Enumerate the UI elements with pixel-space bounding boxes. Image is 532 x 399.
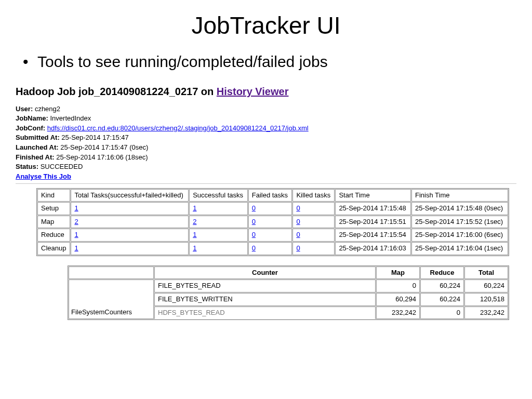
cell-kind: Setup	[37, 202, 70, 215]
col-start: Start Time	[335, 189, 411, 202]
col-group	[69, 267, 154, 280]
task-row: Setup 1 1 0 0 25-Sep-2014 17:15:48 25-Se…	[37, 202, 508, 215]
user-value: czheng2	[35, 105, 60, 113]
counters-header-row: Counter Map Reduce Total	[69, 267, 508, 280]
counter-reduce: 0	[420, 307, 464, 320]
col-finish: Finish Time	[411, 189, 508, 202]
counter-total: 60,224	[464, 280, 508, 292]
cell-finish: 25-Sep-2014 17:15:52 (1sec)	[411, 216, 508, 229]
launched-label: Launched At:	[16, 143, 59, 151]
cell-fail-link[interactable]: 0	[252, 218, 256, 225]
cell-start: 25-Sep-2014 17:15:48	[335, 202, 411, 215]
cell-finish: 25-Sep-2014 17:16:00 (6sec)	[411, 229, 508, 242]
status-label: Status:	[16, 163, 38, 170]
cell-fail-link[interactable]: 0	[252, 204, 256, 212]
bullet-item: Tools to see running/completed/failed jo…	[37, 53, 532, 71]
col-reduce: Reduce	[420, 267, 464, 280]
cell-fail-link[interactable]: 0	[252, 244, 256, 252]
cell-start: 25-Sep-2014 17:16:03	[335, 242, 411, 255]
cell-start: 25-Sep-2014 17:15:54	[335, 229, 411, 242]
counter-map: 0	[376, 280, 420, 292]
counter-total: 232,242	[464, 307, 508, 320]
cell-kind: Cleanup	[37, 242, 70, 255]
jobname-value: InvertedIndex	[50, 114, 91, 122]
separator	[16, 183, 516, 184]
col-fail: Failed tasks	[248, 189, 292, 202]
counter-name: HDFS_BYTES_READ	[154, 307, 376, 320]
tasks-header-row: Kind Total Tasks(successful+failed+kille…	[37, 189, 508, 202]
task-row: Map 2 2 0 0 25-Sep-2014 17:15:51 25-Sep-…	[37, 216, 508, 229]
cell-kill-link[interactable]: 0	[296, 231, 300, 238]
cell-finish: 25-Sep-2014 17:15:48 (0sec)	[411, 202, 508, 215]
submitted-value: 25-Sep-2014 17:15:47	[61, 134, 128, 141]
slide-title: JobTracker UI	[0, 11, 532, 39]
finished-value: 25-Sep-2014 17:16:06 (18sec)	[56, 153, 148, 161]
cell-succ-link[interactable]: 2	[193, 218, 196, 225]
task-row: Reduce 1 1 0 0 25-Sep-2014 17:15:54 25-S…	[37, 229, 508, 242]
col-kind: Kind	[37, 189, 70, 202]
jobname-label: JobName:	[16, 114, 48, 122]
counter-map: 232,242	[376, 307, 420, 320]
meta-status: Status: SUCCEEDED	[16, 163, 516, 171]
tasks-table: Kind Total Tasks(successful+failed+kille…	[36, 188, 509, 256]
meta-launched: Launched At: 25-Sep-2014 17:15:47 (0sec)	[16, 143, 516, 152]
counter-total: 120,518	[464, 293, 508, 306]
cell-total-link[interactable]: 1	[74, 244, 78, 252]
col-total: Total Tasks(successful+failed+killed)	[71, 189, 189, 202]
counter-group: FileSystemCounters	[69, 280, 154, 319]
submitted-label: Submitted At:	[16, 134, 60, 141]
counter-row: FileSystemCounters FILE_BYTES_READ 0 60,…	[69, 280, 508, 292]
col-total: Total	[464, 267, 508, 280]
col-counter: Counter	[154, 267, 376, 280]
cell-total-link[interactable]: 1	[74, 204, 78, 212]
meta-jobconf: JobConf: hdfs://disc01.crc.nd.edu:8020/u…	[16, 124, 516, 133]
cell-kind: Map	[37, 216, 70, 229]
meta-submitted: Submitted At: 25-Sep-2014 17:15:47	[16, 134, 516, 142]
counter-name: FILE_BYTES_READ	[154, 280, 376, 292]
user-label: User:	[16, 105, 33, 113]
cell-start: 25-Sep-2014 17:15:51	[335, 216, 411, 229]
meta-user: User: czheng2	[16, 105, 516, 114]
task-row: Cleanup 1 1 0 0 25-Sep-2014 17:16:03 25-…	[37, 242, 508, 255]
cell-succ-link[interactable]: 1	[193, 231, 196, 238]
cell-kind: Reduce	[37, 229, 70, 242]
jobconf-link[interactable]: hdfs://disc01.crc.nd.edu:8020/users/czhe…	[47, 124, 309, 132]
finished-label: Finished At:	[16, 153, 55, 161]
cell-total-link[interactable]: 1	[74, 231, 78, 238]
job-heading: Hadoop Job job_201409081224_0217 on Hist…	[16, 85, 516, 99]
col-kill: Killed tasks	[292, 189, 335, 202]
col-map: Map	[376, 267, 420, 280]
cell-total-link[interactable]: 2	[74, 218, 78, 225]
col-succ: Successful tasks	[189, 189, 248, 202]
meta-jobname: JobName: InvertedIndex	[16, 114, 516, 123]
counters-table: Counter Map Reduce Total FileSystemCount…	[68, 265, 509, 321]
cell-succ-link[interactable]: 1	[193, 244, 196, 252]
jobconf-label: JobConf:	[16, 124, 45, 132]
cell-fail-link[interactable]: 0	[252, 231, 256, 238]
job-heading-prefix: Hadoop Job job_201409081224_0217 on	[16, 86, 217, 97]
counter-map: 60,294	[376, 293, 420, 306]
counter-name: FILE_BYTES_WRITTEN	[154, 293, 376, 306]
status-value: SUCCEEDED	[41, 163, 83, 170]
cell-kill-link[interactable]: 0	[296, 244, 300, 252]
cell-succ-link[interactable]: 1	[193, 204, 196, 212]
cell-kill-link[interactable]: 0	[296, 218, 300, 225]
counter-reduce: 60,224	[420, 280, 464, 292]
counter-reduce: 60,224	[420, 293, 464, 306]
history-viewer-link[interactable]: History Viewer	[217, 86, 289, 97]
cell-finish: 25-Sep-2014 17:16:04 (1sec)	[411, 242, 508, 255]
cell-kill-link[interactable]: 0	[296, 204, 300, 212]
launched-value: 25-Sep-2014 17:15:47 (0sec)	[60, 143, 148, 151]
meta-finished: Finished At: 25-Sep-2014 17:16:06 (18sec…	[16, 153, 516, 162]
analyse-link[interactable]: Analyse This Job	[16, 172, 71, 180]
jobtracker-screenshot: Hadoop Job job_201409081224_0217 on Hist…	[16, 85, 516, 320]
